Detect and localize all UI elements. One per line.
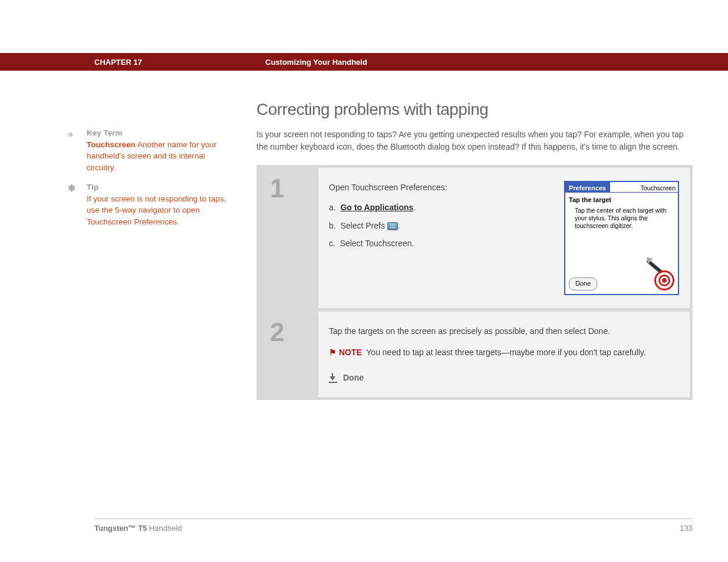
page-body: » Key Term Touchscreen Another name for … xyxy=(0,71,728,400)
substep-a: a. Go to Applications. xyxy=(329,201,552,214)
substep-c: c. Select Touchscreen. xyxy=(329,237,552,250)
step-1-body: Open Touchscreen Preferences: a. Go to A… xyxy=(318,168,690,308)
go-to-applications-link[interactable]: Go to Applications xyxy=(340,203,413,212)
step-2-number: 2 xyxy=(259,312,318,397)
step-2: 2 Tap the targets on the screen as preci… xyxy=(259,312,690,397)
palm-tab-right: Touchscreen xyxy=(638,182,678,192)
note-label: NOTE xyxy=(339,348,362,357)
main-content: Correcting problems with tapping Is your… xyxy=(256,100,693,400)
target-icon xyxy=(654,270,674,290)
keyterm-icon: » xyxy=(68,127,87,173)
steps-container: 1 Open Touchscreen Preferences: a. Go to… xyxy=(256,165,693,400)
prefs-app-icon xyxy=(387,222,398,230)
tip-icon: ✱ xyxy=(68,181,87,227)
keyterm-text-line: Touchscreen Another name for your handhe… xyxy=(87,139,233,174)
done-arrow-icon xyxy=(329,373,337,382)
step-2-body: Tap the targets on the screen as precise… xyxy=(318,312,690,397)
sidebar: » Key Term Touchscreen Another name for … xyxy=(68,100,233,400)
keyterm-body: Key Term Touchscreen Another name for yo… xyxy=(87,127,233,173)
product-name: Tungsten™ T5 Handheld xyxy=(94,524,182,533)
chapter-header: CHAPTER 17 Customizing Your Handheld xyxy=(0,53,728,71)
target-graphic xyxy=(646,261,674,290)
page-footer: Tungsten™ T5 Handheld 133 xyxy=(94,518,693,533)
palm-tab-preferences: Preferences xyxy=(565,182,610,192)
page-number: 133 xyxy=(680,524,693,533)
keyterm-block: » Key Term Touchscreen Another name for … xyxy=(68,127,233,173)
palm-body: Tap the target Tap the center of each ta… xyxy=(565,193,678,232)
step-1-substeps: a. Go to Applications. b. Select Prefs .… xyxy=(329,201,552,250)
note-row: ⚑ NOTE You need to tap at least three ta… xyxy=(329,346,679,359)
note-flag-icon: ⚑ xyxy=(329,348,339,357)
step-2-text: Tap the targets on the screen as precise… xyxy=(329,325,679,384)
tip-label: Tip xyxy=(87,181,233,193)
keyterm-label: Key Term xyxy=(87,127,233,139)
page-heading: Correcting problems with tapping xyxy=(256,100,693,119)
chapter-title: Customizing Your Handheld xyxy=(265,58,367,67)
palm-done-button: Done xyxy=(569,277,597,290)
palm-titlebar: Preferences Touchscreen xyxy=(565,182,678,193)
done-row: Done xyxy=(329,371,679,384)
step-2-lead: Tap the targets on the screen as precise… xyxy=(329,325,679,338)
step-1-text: Open Touchscreen Preferences: a. Go to A… xyxy=(329,181,552,295)
palm-body-title: Tap the target xyxy=(569,195,674,206)
tip-block: ✱ Tip If your screen is not responding t… xyxy=(68,181,233,227)
note-text: You need to tap at least three targets—m… xyxy=(366,348,645,357)
tip-text: If your screen is not responding to taps… xyxy=(87,193,233,228)
done-label: Done xyxy=(343,371,364,384)
palm-preferences-screenshot: Preferences Touchscreen Tap the target T… xyxy=(564,181,679,295)
step-1-lead: Open Touchscreen Preferences: xyxy=(329,181,552,194)
keyterm-term: Touchscreen xyxy=(87,140,136,149)
substep-b: b. Select Prefs . xyxy=(329,219,552,232)
chapter-label: CHAPTER 17 xyxy=(94,58,265,67)
palm-body-text: Tap the center of each target with your … xyxy=(569,207,674,230)
step-1: 1 Open Touchscreen Preferences: a. Go to… xyxy=(259,168,690,308)
tip-body: Tip If your screen is not responding to … xyxy=(87,181,233,227)
intro-paragraph: Is your screen not responding to taps? A… xyxy=(256,128,693,153)
step-1-number: 1 xyxy=(259,168,318,308)
